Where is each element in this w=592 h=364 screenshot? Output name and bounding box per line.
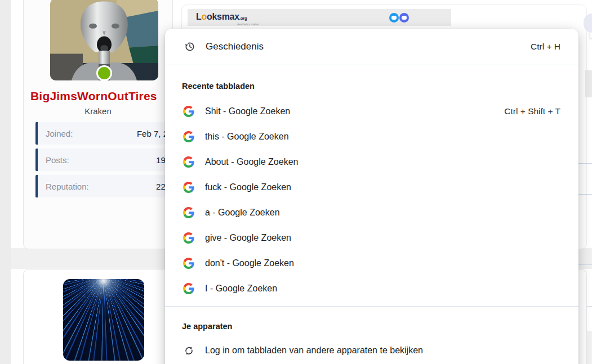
recent-tab-shortcut: Ctrl + Shift + T (504, 106, 560, 116)
history-menu-title: Geschiedenis (206, 41, 531, 52)
recent-tab-label: this - Google Zoeken (205, 132, 560, 142)
row-divider-fragment (578, 194, 592, 195)
recent-tab-label: I - Google Zoeken (205, 284, 560, 294)
screen: Looksmax.org Aesthetics matter Recently … (0, 0, 592, 364)
recent-tab-label: don't - Google Zoeken (205, 258, 560, 268)
devices-header: Je apparaten (182, 320, 232, 333)
recent-tab-item[interactable]: don't - Google Zoeken (165, 250, 578, 276)
looksmax-tagline: Aesthetics matter (237, 23, 259, 26)
looksmax-logo: Looksmax.org (196, 12, 247, 22)
sync-arrows-icon (184, 346, 194, 356)
stat-label: Reputation: (46, 182, 89, 191)
online-status-indicator (96, 65, 112, 81)
user-title: Kraken (24, 106, 172, 116)
recent-tab-item[interactable]: fuck - Google Zoeken (165, 174, 578, 200)
recent-tab-item[interactable]: Shit - Google Zoeken Ctrl + Shift + T (165, 98, 578, 124)
signature-image (63, 279, 144, 361)
history-menu-item[interactable]: Geschiedenis Ctrl + H (165, 37, 578, 57)
page-gutter (0, 0, 11, 364)
recent-tab-item[interactable]: this - Google Zoeken (165, 124, 578, 149)
recent-tab-item[interactable]: give - Google Zoeken (165, 225, 578, 250)
google-favicon (183, 156, 194, 168)
row-divider-fragment (578, 163, 592, 164)
stat-label: Joined: (46, 129, 73, 138)
devices-signin-label: Log in om tabbladen van andere apparaten… (205, 345, 423, 356)
google-favicon (183, 258, 194, 269)
history-shortcut: Ctrl + H (531, 42, 560, 52)
google-favicon (183, 283, 194, 294)
menu-divider (165, 306, 578, 307)
recent-tab-label: give - Google Zoeken (205, 233, 560, 243)
recent-tab-label: fuck - Google Zoeken (205, 182, 560, 192)
google-favicon (183, 106, 194, 117)
menu-divider (165, 65, 578, 65)
recent-tab-item[interactable]: About - Google Zoeken (165, 149, 578, 174)
history-clock-icon (184, 41, 195, 52)
google-favicon (183, 182, 194, 193)
google-favicon (183, 232, 194, 244)
page-block-fragment (585, 70, 592, 97)
recent-tab-label: a - Google Zoeken (205, 208, 560, 218)
devices-signin-item[interactable]: Log in om tabbladen van andere apparaten… (165, 341, 578, 359)
user-profile-card: BigJimsWornOutTires Kraken Joined: Feb 7… (23, 0, 173, 249)
twitter-icon (389, 13, 399, 23)
looksmax-banner-image: Looksmax.org Aesthetics matter (188, 9, 451, 26)
recent-tab-label: Shit - Google Zoeken (205, 106, 504, 116)
stat-label: Posts: (46, 155, 69, 165)
google-favicon (183, 131, 194, 142)
recent-tab-label: About - Google Zoeken (205, 157, 560, 167)
row-divider-fragment (578, 264, 592, 265)
recent-tab-item[interactable]: a - Google Zoeken (165, 200, 578, 225)
history-dropdown-menu: Geschiedenis Ctrl + H Recente tabbladen … (165, 29, 578, 364)
recent-tabs-list: Shit - Google Zoeken Ctrl + Shift + T th… (165, 98, 578, 301)
recent-tabs-header: Recente tabbladen (182, 79, 255, 93)
discord-icon (399, 13, 409, 23)
google-favicon (183, 207, 194, 218)
recent-tab-item[interactable]: I - Google Zoeken (165, 276, 578, 301)
